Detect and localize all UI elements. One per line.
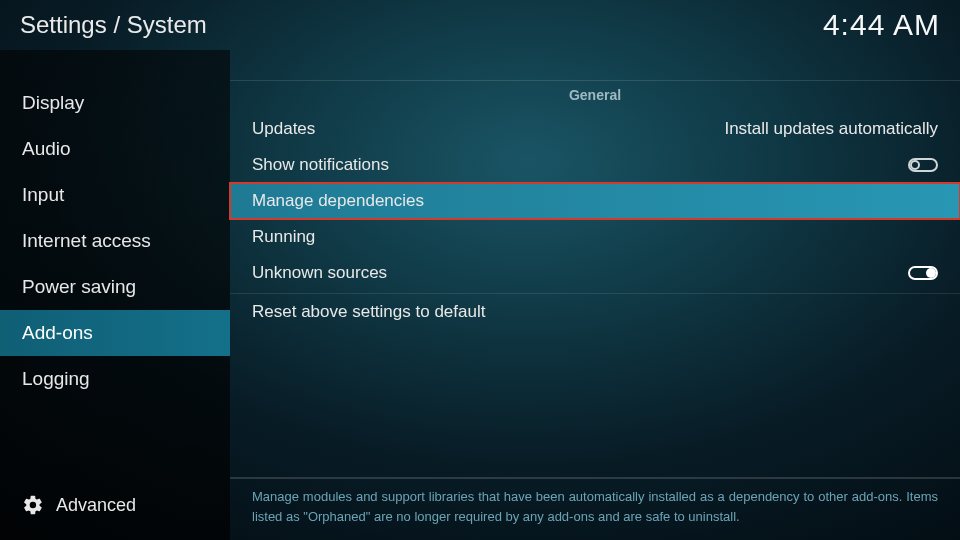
section-header-general: General — [230, 80, 960, 111]
toggle-unknown-sources[interactable] — [908, 266, 938, 280]
main: Display Audio Input Internet access Powe… — [0, 50, 960, 540]
row-unknown-sources[interactable]: Unknown sources — [230, 255, 960, 291]
row-manage-dependencies[interactable]: Manage dependencies — [230, 183, 960, 219]
clock: 4:44 AM — [823, 8, 940, 42]
row-value-updates: Install updates automatically — [724, 119, 938, 139]
settings-level-button[interactable]: Advanced — [0, 482, 230, 540]
row-label: Reset above settings to default — [252, 302, 485, 322]
row-reset-defaults[interactable]: Reset above settings to default — [230, 293, 960, 330]
row-label: Manage dependencies — [252, 191, 424, 211]
settings-level-label: Advanced — [56, 495, 136, 516]
sidebar-item-display[interactable]: Display — [0, 80, 230, 126]
sidebar-item-logging[interactable]: Logging — [0, 356, 230, 402]
row-label: Updates — [252, 119, 315, 139]
sidebar-item-input[interactable]: Input — [0, 172, 230, 218]
row-label: Running — [252, 227, 315, 247]
toggle-show-notifications[interactable] — [908, 158, 938, 172]
breadcrumb: Settings / System — [20, 11, 207, 39]
row-label: Show notifications — [252, 155, 389, 175]
help-text: Manage modules and support libraries tha… — [230, 477, 960, 540]
row-updates[interactable]: Updates Install updates automatically — [230, 111, 960, 147]
topbar: Settings / System 4:44 AM — [0, 0, 960, 50]
gear-icon — [22, 494, 44, 516]
row-label: Unknown sources — [252, 263, 387, 283]
sidebar: Display Audio Input Internet access Powe… — [0, 50, 230, 540]
sidebar-item-add-ons[interactable]: Add-ons — [0, 310, 230, 356]
sidebar-item-power-saving[interactable]: Power saving — [0, 264, 230, 310]
row-show-notifications[interactable]: Show notifications — [230, 147, 960, 183]
sidebar-item-internet-access[interactable]: Internet access — [0, 218, 230, 264]
sidebar-item-audio[interactable]: Audio — [0, 126, 230, 172]
content: General Updates Install updates automati… — [230, 50, 960, 540]
row-running[interactable]: Running — [230, 219, 960, 255]
